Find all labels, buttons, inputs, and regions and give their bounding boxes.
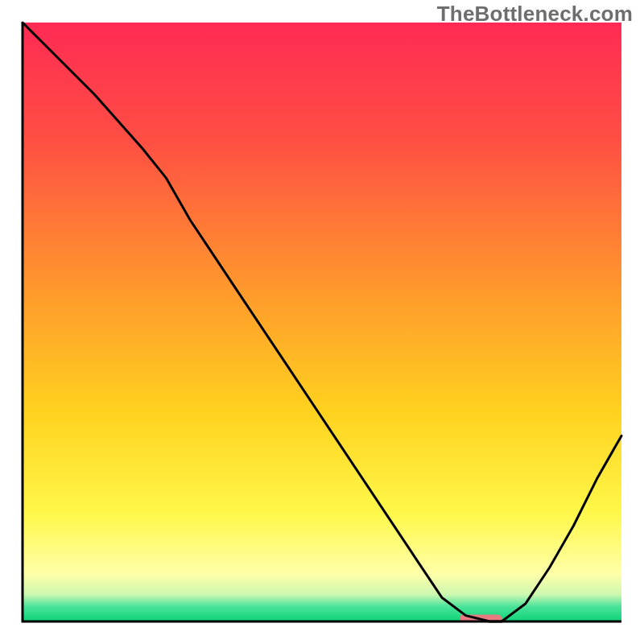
plot-background <box>23 23 621 621</box>
chart-container: TheBottleneck.com <box>0 0 644 644</box>
bottleneck-chart <box>0 0 644 644</box>
watermark-label: TheBottleneck.com <box>437 2 633 27</box>
